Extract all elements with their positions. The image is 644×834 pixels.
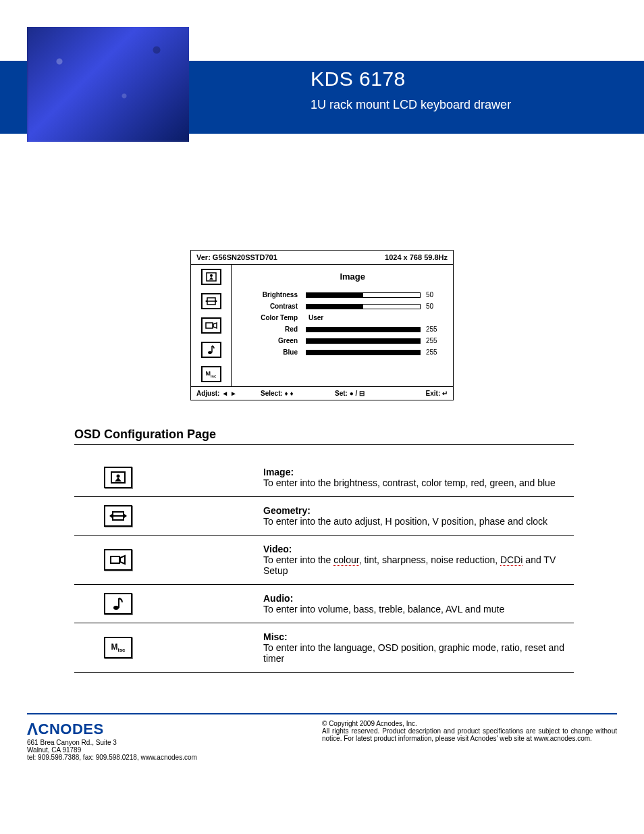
svg-marker-4	[205, 300, 207, 303]
osd-bottom-bar: Adjust: ◄ ► Select: ♦ ♦ Set: ● / ⊟ Exit:…	[191, 386, 453, 400]
logo: ΛCNODES	[27, 720, 322, 739]
svg-marker-7	[213, 323, 217, 328]
cfg-desc-dotted2: DCDi	[500, 554, 522, 566]
cfg-title: Audio:	[263, 593, 574, 604]
osd-exit: Exit: ↵	[404, 387, 453, 400]
header-banner: KDS 6178 1U rack mount LCD keyboard draw…	[0, 27, 644, 149]
svg-rect-6	[206, 323, 213, 328]
page-footer: ΛCNODES 661 Brea Canyon Rd., Suite 3 Wal…	[27, 713, 617, 761]
osd-version: Ver: G56SN20SSTD701	[196, 253, 277, 261]
svg-marker-14	[109, 514, 112, 518]
osd-adjust: Adjust: ◄ ►	[191, 387, 255, 400]
cfg-title: Misc:	[263, 631, 574, 642]
svg-point-18	[113, 606, 119, 610]
footer-addr3: tel: 909.598.7388, fax: 909.598.0218, ww…	[27, 754, 322, 761]
cfg-row-video: Video: To enter into the colour, tint, s…	[74, 536, 574, 585]
osd-side-icons: Misc	[191, 265, 232, 386]
geometry-icon[interactable]	[201, 293, 221, 309]
osd-set: Set: ● / ⊟	[329, 387, 404, 400]
footer-addr1: 661 Brea Canyon Rd., Suite 3	[27, 739, 322, 746]
cfg-title: Video:	[263, 544, 574, 554]
image-icon[interactable]	[201, 269, 221, 285]
misc-icon: Misc	[104, 637, 132, 658]
osd-heading: Image	[232, 269, 446, 287]
osd-row-colortemp: Color Temp User	[232, 314, 446, 321]
header-image	[27, 27, 189, 142]
cfg-desc-dotted: colour	[333, 554, 358, 566]
footer-addr2: Walnut, CA 91789	[27, 746, 322, 754]
section-title: OSD Configuration Page	[74, 427, 574, 445]
osd-row-contrast: Contrast 50	[232, 303, 446, 310]
osd-row-blue: Blue 255	[232, 348, 446, 356]
misc-icon[interactable]: Misc	[201, 366, 221, 382]
cfg-desc-pre: To enter into the	[263, 554, 333, 565]
cfg-desc: To enter into the auto adjust, H positio…	[263, 516, 547, 527]
cfg-row-image: Image: To enter into the brightness, con…	[74, 459, 574, 497]
osd-panel: Ver: G56SN20SSTD701 1024 x 768 59.8Hz Mi…	[190, 250, 454, 400]
cfg-desc: To enter into volume, bass, treble, bala…	[263, 604, 504, 615]
svg-point-1	[210, 274, 213, 277]
cfg-row-misc: Misc Misc: To enter into the language, O…	[74, 623, 574, 673]
footer-legal: All rights reserved. Product description…	[322, 727, 617, 742]
svg-point-8	[208, 351, 212, 354]
osd-row-green: Green 255	[232, 337, 446, 344]
product-title: KDS 6178	[311, 68, 406, 90]
cfg-desc: To enter into the brightness, contrast, …	[263, 477, 556, 488]
svg-point-11	[117, 475, 120, 478]
cfg-desc-mid: , tint, sharpness, noise reduction,	[359, 554, 500, 565]
audio-icon[interactable]	[201, 342, 221, 358]
cfg-row-audio: Audio: To enter into volume, bass, trebl…	[74, 585, 574, 623]
cfg-desc: To enter into the language, OSD position…	[263, 642, 564, 664]
osd-select: Select: ♦ ♦	[255, 387, 329, 400]
svg-marker-15	[124, 514, 127, 518]
cfg-title: Image:	[263, 467, 574, 477]
osd-row-red: Red 255	[232, 325, 446, 333]
image-icon	[104, 467, 132, 488]
footer-copy: © Copyright 2009 Acnodes, Inc.	[322, 720, 617, 727]
geometry-icon	[104, 505, 132, 527]
cfg-row-geometry: Geometry: To enter into the auto adjust,…	[74, 497, 574, 536]
svg-rect-16	[111, 556, 119, 563]
video-icon	[104, 549, 132, 571]
product-subtitle: 1U rack mount LCD keyboard drawer	[311, 98, 511, 112]
video-icon[interactable]	[201, 317, 221, 334]
svg-marker-17	[120, 556, 125, 564]
config-table: Image: To enter into the brightness, con…	[74, 459, 574, 673]
svg-marker-5	[215, 300, 217, 303]
cfg-title: Geometry:	[263, 505, 574, 516]
osd-row-brightness: Brightness 50	[232, 291, 446, 298]
osd-resolution: 1024 x 768 59.8Hz	[385, 253, 448, 261]
audio-icon	[104, 593, 132, 615]
